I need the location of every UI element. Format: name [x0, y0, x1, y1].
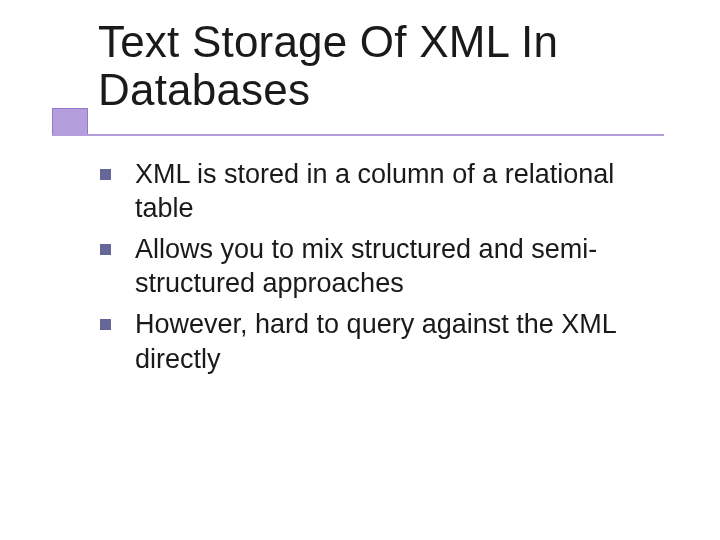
- list-item: However, hard to query against the XML d…: [100, 307, 680, 376]
- accent-block: [52, 108, 88, 136]
- square-bullet-icon: [100, 319, 111, 330]
- list-item: Allows you to mix structured and semi-st…: [100, 232, 680, 301]
- square-bullet-icon: [100, 169, 111, 180]
- list-item: XML is stored in a column of a relationa…: [100, 157, 680, 226]
- bullet-text: However, hard to query against the XML d…: [135, 307, 675, 376]
- slide-title: Text Storage Of XML In Databases: [98, 18, 680, 115]
- bullet-text: XML is stored in a column of a relationa…: [135, 157, 675, 226]
- slide-body: XML is stored in a column of a relationa…: [100, 157, 680, 376]
- accent-underline: [52, 134, 664, 136]
- bullet-text: Allows you to mix structured and semi-st…: [135, 232, 675, 301]
- slide: Text Storage Of XML In Databases XML is …: [0, 0, 720, 540]
- square-bullet-icon: [100, 244, 111, 255]
